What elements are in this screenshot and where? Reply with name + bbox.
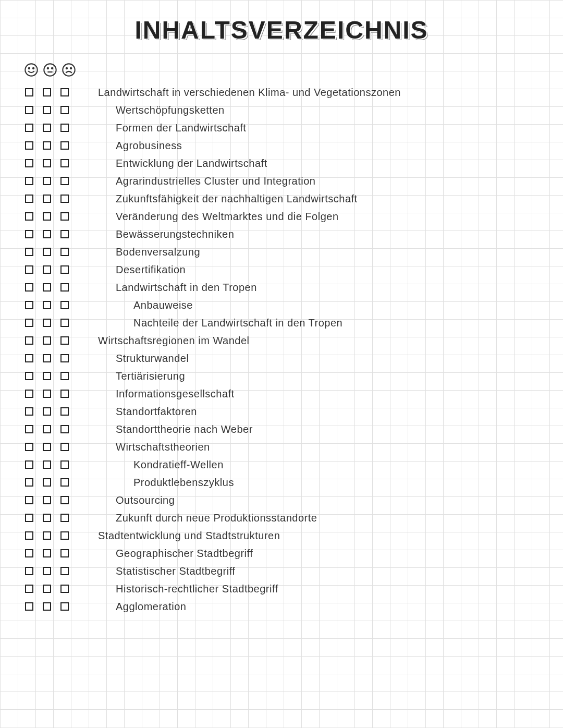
checkbox[interactable] xyxy=(25,354,33,362)
checkbox[interactable] xyxy=(60,141,69,150)
checkbox[interactable] xyxy=(43,319,51,327)
checkbox[interactable] xyxy=(60,602,69,611)
checkbox[interactable] xyxy=(60,354,69,362)
checkbox[interactable] xyxy=(60,177,69,185)
checkbox[interactable] xyxy=(60,230,69,238)
checkbox[interactable] xyxy=(43,354,51,362)
checkbox[interactable] xyxy=(60,265,69,274)
checkbox-group xyxy=(0,531,94,540)
checkbox[interactable] xyxy=(43,549,51,557)
checkbox[interactable] xyxy=(60,531,69,540)
checkbox[interactable] xyxy=(43,567,51,575)
checkbox[interactable] xyxy=(43,212,51,221)
checkbox[interactable] xyxy=(60,88,69,96)
checkbox[interactable] xyxy=(25,159,33,167)
checkbox-group xyxy=(0,496,94,504)
checkbox[interactable] xyxy=(25,390,33,398)
checkbox[interactable] xyxy=(60,567,69,575)
checkbox[interactable] xyxy=(25,141,33,150)
checkbox[interactable] xyxy=(60,460,69,469)
checkbox[interactable] xyxy=(43,230,51,238)
checkbox[interactable] xyxy=(25,372,33,380)
checkbox[interactable] xyxy=(60,248,69,256)
checkbox[interactable] xyxy=(25,230,33,238)
checkbox[interactable] xyxy=(43,159,51,167)
checkbox[interactable] xyxy=(25,602,33,611)
checkbox[interactable] xyxy=(43,496,51,504)
checkbox[interactable] xyxy=(60,496,69,504)
checkbox[interactable] xyxy=(25,283,33,292)
checkbox[interactable] xyxy=(25,88,33,96)
checkbox[interactable] xyxy=(43,336,51,345)
checkbox[interactable] xyxy=(60,106,69,114)
checkbox[interactable] xyxy=(25,248,33,256)
checkbox[interactable] xyxy=(25,212,33,221)
checkbox[interactable] xyxy=(25,478,33,487)
topic-label: Agrobusiness xyxy=(94,140,182,152)
checkbox[interactable] xyxy=(25,106,33,114)
checkbox[interactable] xyxy=(43,88,51,96)
toc-row: Landwirtschaft in verschiedenen Klima- u… xyxy=(0,83,563,101)
checkbox[interactable] xyxy=(60,478,69,487)
checkbox[interactable] xyxy=(25,460,33,469)
checkbox[interactable] xyxy=(60,124,69,132)
topic-label: Veränderung des Weltmarktes und die Folg… xyxy=(94,211,339,223)
checkbox[interactable] xyxy=(25,425,33,433)
checkbox[interactable] xyxy=(25,177,33,185)
checkbox[interactable] xyxy=(43,283,51,292)
checkbox[interactable] xyxy=(25,549,33,557)
checkbox[interactable] xyxy=(43,585,51,593)
checkbox[interactable] xyxy=(43,248,51,256)
checkbox[interactable] xyxy=(43,407,51,416)
toc-row: Stadtentwicklung und Stadtstrukturen xyxy=(0,527,563,544)
checkbox[interactable] xyxy=(43,195,51,203)
checkbox[interactable] xyxy=(43,531,51,540)
checkbox[interactable] xyxy=(43,301,51,309)
checkbox[interactable] xyxy=(25,514,33,522)
checkbox[interactable] xyxy=(43,106,51,114)
checkbox[interactable] xyxy=(60,549,69,557)
checkbox[interactable] xyxy=(43,124,51,132)
checkbox[interactable] xyxy=(60,407,69,416)
checkbox[interactable] xyxy=(60,159,69,167)
checkbox[interactable] xyxy=(43,425,51,433)
checkbox[interactable] xyxy=(60,283,69,292)
topic-label: Wirtschaftstheorien xyxy=(94,441,210,453)
checkbox[interactable] xyxy=(60,585,69,593)
checkbox[interactable] xyxy=(43,265,51,274)
checkbox[interactable] xyxy=(60,372,69,380)
checkbox[interactable] xyxy=(43,460,51,469)
checkbox[interactable] xyxy=(60,195,69,203)
checkbox[interactable] xyxy=(60,336,69,345)
checkbox[interactable] xyxy=(25,496,33,504)
topic-label: Stadtentwicklung und Stadtstrukturen xyxy=(94,530,280,542)
checkbox[interactable] xyxy=(43,372,51,380)
checkbox[interactable] xyxy=(25,585,33,593)
checkbox[interactable] xyxy=(25,265,33,274)
checkbox[interactable] xyxy=(60,319,69,327)
checkbox[interactable] xyxy=(43,602,51,611)
checkbox[interactable] xyxy=(60,301,69,309)
checkbox[interactable] xyxy=(43,478,51,487)
checkbox[interactable] xyxy=(25,407,33,416)
checkbox-group xyxy=(0,407,94,416)
checkbox-group xyxy=(0,195,94,203)
checkbox[interactable] xyxy=(43,141,51,150)
checkbox[interactable] xyxy=(60,212,69,221)
checkbox[interactable] xyxy=(43,390,51,398)
checkbox[interactable] xyxy=(25,336,33,345)
checkbox[interactable] xyxy=(25,531,33,540)
checkbox[interactable] xyxy=(60,443,69,451)
checkbox[interactable] xyxy=(43,177,51,185)
checkbox[interactable] xyxy=(25,319,33,327)
checkbox[interactable] xyxy=(25,195,33,203)
checkbox[interactable] xyxy=(60,425,69,433)
checkbox[interactable] xyxy=(43,514,51,522)
checkbox[interactable] xyxy=(43,443,51,451)
checkbox[interactable] xyxy=(25,567,33,575)
checkbox[interactable] xyxy=(60,514,69,522)
checkbox[interactable] xyxy=(25,301,33,309)
checkbox[interactable] xyxy=(25,443,33,451)
checkbox[interactable] xyxy=(25,124,33,132)
checkbox[interactable] xyxy=(60,390,69,398)
